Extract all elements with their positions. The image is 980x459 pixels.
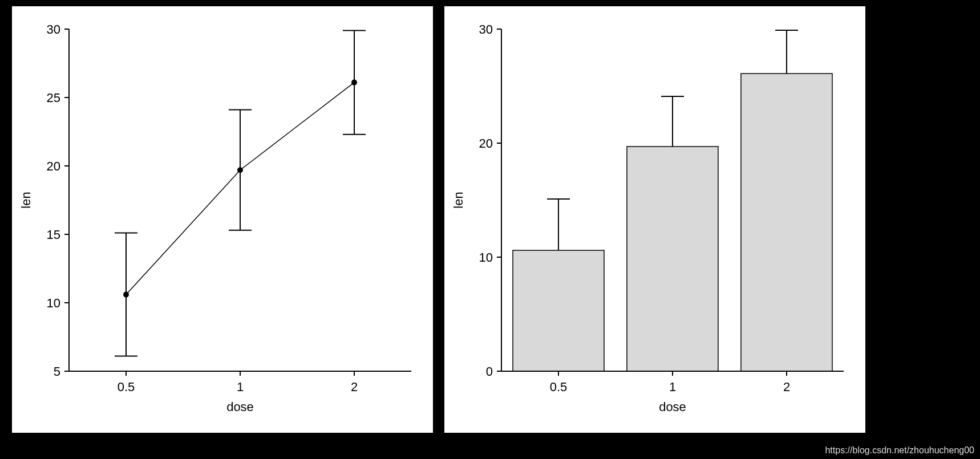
- y-tick-5: 5: [54, 364, 60, 379]
- line-chart-svg: 5 10 15 20 25 30 0.5 1 2 dose len: [12, 6, 434, 434]
- x-axis-label: dose: [659, 400, 686, 414]
- watermark-text: https://blog.csdn.net/zhouhucheng00: [825, 445, 974, 456]
- y-tick-20: 20: [47, 159, 60, 173]
- x-tick-0.5: 0.5: [118, 380, 135, 394]
- x-axis-label: dose: [226, 400, 254, 414]
- y-tick-30: 30: [479, 22, 493, 36]
- bar-2: [741, 74, 832, 371]
- errorbar-2: [775, 30, 798, 74]
- line-chart-panel: 5 10 15 20 25 30 0.5 1 2 dose len: [11, 6, 434, 433]
- data-point-0.5: [123, 292, 129, 298]
- data-point-1: [237, 167, 243, 173]
- data-point-2: [351, 80, 357, 86]
- y-tick-30: 30: [47, 22, 60, 36]
- x-axis: 0.5 1 2: [69, 371, 411, 394]
- x-tick-1: 1: [669, 380, 676, 394]
- y-axis-label: len: [451, 192, 465, 208]
- x-tick-2: 2: [351, 380, 358, 394]
- y-axis: 0 10 20 30: [479, 22, 501, 379]
- bar-1: [627, 147, 718, 371]
- bar-0.5: [513, 250, 604, 371]
- y-tick-20: 20: [479, 136, 493, 151]
- bar-chart-panel: 0 10 20 30 0.5 1 2 dose len: [444, 6, 866, 433]
- bar-chart-svg: 0 10 20 30 0.5 1 2 dose len: [444, 6, 866, 434]
- errorbar-0.5: [547, 199, 570, 250]
- y-tick-25: 25: [47, 91, 60, 105]
- y-axis-label: len: [19, 192, 33, 208]
- y-tick-0: 0: [486, 364, 493, 379]
- errorbar-1: [661, 96, 684, 147]
- y-tick-10: 10: [479, 250, 493, 265]
- x-axis: 0.5 1 2: [501, 371, 844, 394]
- x-tick-1: 1: [237, 380, 244, 394]
- y-tick-10: 10: [47, 296, 60, 310]
- y-tick-15: 15: [47, 228, 60, 242]
- y-axis: 5 10 15 20 25 30: [47, 22, 69, 379]
- x-tick-0.5: 0.5: [550, 380, 568, 394]
- x-tick-2: 2: [783, 380, 790, 394]
